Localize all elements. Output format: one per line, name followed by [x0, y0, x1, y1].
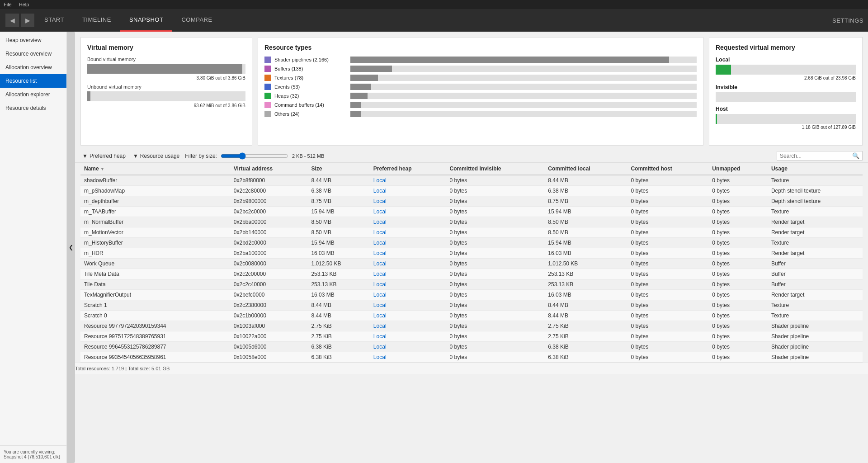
- cell-comm-inv-13: 0 bytes: [446, 311, 545, 321]
- table-row[interactable]: m_HDR 0x2ba100000 16.03 MB Local 0 bytes…: [80, 248, 863, 259]
- rt-name-4: Heaps (32): [274, 93, 347, 99]
- cell-unmapped-9: 0 bytes: [708, 269, 768, 279]
- cell-address-15: 0x10022a000: [230, 331, 308, 342]
- cell-heap-0: Local: [370, 175, 446, 186]
- preferred-heap-filter[interactable]: ▼ Preferred heap: [80, 152, 127, 160]
- filter-slider-container: [221, 152, 288, 160]
- sidebar-item-resource-details[interactable]: Resource details: [0, 101, 66, 115]
- cell-name-12: Scratch 1: [80, 300, 230, 311]
- col-name[interactable]: Name ▼: [80, 163, 230, 175]
- cell-comm-loc-14: 2.75 KiB: [544, 321, 627, 331]
- table-row[interactable]: Work Queue 0x2c0080000 1,012.50 KB Local…: [80, 259, 863, 269]
- table-row[interactable]: m_TAABuffer 0x2bc2c0000 15.94 MB Local 0…: [80, 207, 863, 217]
- filter-by-size-label: Filter by size:: [185, 153, 217, 159]
- table-row[interactable]: m_pShadowMap 0x2c2c80000 6.38 MB Local 0…: [80, 186, 863, 196]
- cell-size-10: 253.13 KB: [307, 279, 369, 290]
- cell-comm-loc-2: 8.75 MB: [544, 196, 627, 207]
- rvm-host-bar-container: [716, 114, 856, 124]
- cell-comm-inv-12: 0 bytes: [446, 300, 545, 311]
- table-container: Name ▼ Virtual address Size Preferred he…: [75, 163, 868, 363]
- table-row[interactable]: shadowBuffer 0x2b8f80000 8.44 MB Local 0…: [80, 175, 863, 186]
- cell-address-9: 0x2c2c00000: [230, 269, 308, 279]
- col-committed-invisible[interactable]: Committed invisible: [446, 163, 545, 175]
- tab-snapshot[interactable]: SNAPSHOT: [120, 9, 173, 32]
- table-row[interactable]: Scratch 1 0x2c2380000 8.44 MB Local 0 by…: [80, 300, 863, 311]
- col-unmapped[interactable]: Unmapped: [708, 163, 768, 175]
- cell-name-7: m_HDR: [80, 248, 230, 259]
- rt-bar-container-1: [350, 66, 697, 72]
- rvm-local-label: Local: [716, 57, 856, 63]
- search-input[interactable]: [780, 153, 852, 159]
- table-row[interactable]: m_NormalBuffer 0x2bba00000 8.50 MB Local…: [80, 217, 863, 227]
- col-size[interactable]: Size: [307, 163, 369, 175]
- sidebar-item-resource-overview[interactable]: Resource overview: [0, 47, 66, 61]
- cell-heap-1: Local: [370, 186, 446, 196]
- rvm-host-text: 1.18 GiB out of 127.89 GiB: [716, 125, 856, 130]
- table-row[interactable]: m_MotionVector 0x2bb140000 8.50 MB Local…: [80, 227, 863, 238]
- col-preferred-heap[interactable]: Preferred heap: [370, 163, 446, 175]
- sidebar-item-heap-overview[interactable]: Heap overview: [0, 33, 66, 47]
- cell-address-7: 0x2ba100000: [230, 248, 308, 259]
- cell-address-6: 0x2bd2c0000: [230, 238, 308, 248]
- cell-unmapped-3: 0 bytes: [708, 207, 768, 217]
- sidebar-item-resource-list[interactable]: Resource list: [0, 74, 66, 88]
- tab-timeline[interactable]: TIMELINE: [73, 9, 120, 32]
- nav-back-button[interactable]: ◀: [5, 14, 19, 27]
- col-usage[interactable]: Usage: [768, 163, 863, 175]
- cell-unmapped-11: 0 bytes: [708, 290, 768, 300]
- settings-button[interactable]: SETTINGS: [832, 17, 863, 24]
- table-row[interactable]: Tile Meta Data 0x2c2c00000 253.13 KB Loc…: [80, 269, 863, 279]
- rt-color-1: [264, 66, 271, 72]
- menu-help[interactable]: Help: [19, 2, 29, 7]
- tab-start[interactable]: START: [35, 9, 73, 32]
- cell-comm-inv-16: 0 bytes: [446, 342, 545, 352]
- tab-compare[interactable]: COMPARE: [172, 9, 221, 32]
- collapse-left-arrow[interactable]: ❮: [67, 32, 75, 463]
- table-row[interactable]: m_HistoryBuffer 0x2bd2c0000 15.94 MB Loc…: [80, 238, 863, 248]
- cell-comm-host-13: 0 bytes: [627, 311, 708, 321]
- col-committed-host[interactable]: Committed host: [627, 163, 708, 175]
- cell-comm-host-1: 0 bytes: [627, 186, 708, 196]
- table-row[interactable]: Resource 9975172548389765931 0x10022a000…: [80, 331, 863, 342]
- cell-size-16: 6.38 KiB: [307, 342, 369, 352]
- cell-comm-loc-17: 6.38 KiB: [544, 352, 627, 363]
- cell-unmapped-14: 0 bytes: [708, 321, 768, 331]
- cell-usage-17: Shader pipeline: [768, 352, 863, 363]
- menu-bar: File Help: [0, 0, 868, 9]
- cell-unmapped-2: 0 bytes: [708, 196, 768, 207]
- rt-color-0: [264, 57, 271, 63]
- table-row[interactable]: Resource 9935454056635958961 0x10058e000…: [80, 352, 863, 363]
- table-row[interactable]: Resource 9977972420390159344 0x1003af000…: [80, 321, 863, 331]
- nav-forward-button[interactable]: ▶: [21, 14, 34, 27]
- search-box: 🔍: [777, 151, 863, 161]
- col-committed-local[interactable]: Committed local: [544, 163, 627, 175]
- sidebar-footer: You are currently viewing: Snapshot 4 (7…: [0, 445, 66, 463]
- col-virtual-address[interactable]: Virtual address: [230, 163, 308, 175]
- rvm-invisible-bar-container: [716, 92, 856, 102]
- rt-bar-container-5: [350, 102, 697, 108]
- cell-unmapped-4: 0 bytes: [708, 217, 768, 227]
- vm-bound-bar: [87, 64, 242, 74]
- table-row[interactable]: m_depthbuffer 0x2b9800000 8.75 MB Local …: [80, 196, 863, 207]
- menu-file[interactable]: File: [4, 2, 12, 7]
- filter-size-slider[interactable]: [221, 152, 288, 160]
- rt-bar-3: [350, 84, 371, 90]
- cell-usage-3: Texture: [768, 207, 863, 217]
- cell-usage-10: Buffer: [768, 279, 863, 290]
- sidebar-item-allocation-explorer[interactable]: Allocation explorer: [0, 88, 66, 101]
- rvm-panel-title: Requested virtual memory: [716, 44, 856, 51]
- cell-usage-1: Depth stencil texture: [768, 186, 863, 196]
- sidebar-item-allocation-overview[interactable]: Allocation overview: [0, 61, 66, 74]
- cell-name-11: TexMagnifierOutput: [80, 290, 230, 300]
- resource-usage-filter[interactable]: ▼ Resource usage: [131, 152, 181, 160]
- table-row[interactable]: Scratch 0 0x2c1b00000 8.44 MB Local 0 by…: [80, 311, 863, 321]
- cell-name-15: Resource 9975172548389765931: [80, 331, 230, 342]
- cell-comm-loc-11: 16.03 MB: [544, 290, 627, 300]
- table-row[interactable]: Resource 9964553125786289877 0x1005d6000…: [80, 342, 863, 352]
- cell-comm-host-2: 0 bytes: [627, 196, 708, 207]
- cell-comm-host-15: 0 bytes: [627, 331, 708, 342]
- table-row[interactable]: Tile Data 0x2c2c40000 253.13 KB Local 0 …: [80, 279, 863, 290]
- rt-row-5: Command buffers (14): [264, 102, 697, 108]
- table-row[interactable]: TexMagnifierOutput 0x2befc0000 16.03 MB …: [80, 290, 863, 300]
- cell-comm-loc-4: 8.50 MB: [544, 217, 627, 227]
